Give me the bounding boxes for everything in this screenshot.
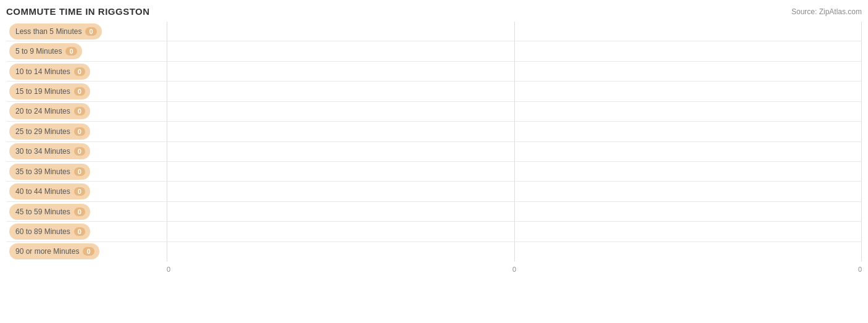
bar-track	[167, 203, 862, 220]
bar-value-badge: 0	[74, 107, 85, 115]
page-container: COMMUTE TIME IN RIGGSTON Source: ZipAtla…	[0, 0, 868, 323]
bar-pill: 60 to 89 Minutes0	[9, 224, 90, 240]
bar-track	[167, 143, 862, 160]
bar-pill: 30 to 34 Minutes0	[9, 143, 90, 159]
bar-value-badge: 0	[83, 247, 94, 256]
bar-track	[167, 23, 862, 40]
bar-row: 30 to 34 Minutes0	[6, 142, 862, 162]
bar-value-badge: 0	[74, 87, 85, 96]
bar-pill: 10 to 14 Minutes0	[9, 64, 90, 80]
bar-pill: 45 to 59 Minutes0	[9, 204, 90, 220]
bar-label-wrap: 5 to 9 Minutes0	[6, 43, 167, 59]
bar-label-text: 90 or more Minutes	[15, 247, 79, 256]
bar-value-badge: 0	[74, 208, 85, 216]
bar-label-text: 40 to 44 Minutes	[15, 187, 70, 196]
bar-label-text: 15 to 19 Minutes	[15, 87, 70, 96]
bar-row: 15 to 19 Minutes0	[6, 82, 862, 101]
bar-label-text: 5 to 9 Minutes	[15, 47, 62, 56]
bar-track	[167, 183, 862, 199]
bar-label-text: Less than 5 Minutes	[15, 27, 81, 36]
bar-value-badge: 0	[74, 227, 85, 236]
bar-label-wrap: 20 to 24 Minutes0	[6, 103, 167, 119]
chart-title: COMMUTE TIME IN RIGGSTON	[6, 6, 150, 17]
bar-track	[167, 243, 862, 260]
bar-pill: 15 to 19 Minutes0	[9, 83, 90, 99]
bar-value-badge: 0	[74, 127, 85, 136]
bar-label-wrap: 30 to 34 Minutes0	[6, 143, 167, 159]
bar-track	[167, 83, 862, 99]
bar-pill: 40 to 44 Minutes0	[9, 183, 90, 199]
bar-track	[167, 63, 862, 80]
bar-track	[167, 123, 862, 140]
bar-value-badge: 0	[74, 187, 85, 196]
bar-label-text: 60 to 89 Minutes	[15, 227, 70, 236]
bar-pill: 90 or more Minutes0	[9, 243, 99, 259]
bar-row: 20 to 24 Minutes0	[6, 102, 862, 122]
bar-value-badge: 0	[74, 147, 85, 156]
bar-pill: 20 to 24 Minutes0	[9, 103, 90, 119]
bar-label-wrap: 45 to 59 Minutes0	[6, 204, 167, 220]
bar-label-wrap: Less than 5 Minutes0	[6, 23, 167, 40]
bar-label-wrap: 15 to 19 Minutes0	[6, 83, 167, 99]
bar-label-wrap: 90 or more Minutes0	[6, 243, 167, 259]
source-text: Source: ZipAtlas.com	[791, 7, 862, 16]
bar-pill: 35 to 39 Minutes0	[9, 164, 90, 180]
x-axis-label: 0	[512, 266, 516, 273]
bar-value-badge: 0	[85, 27, 96, 36]
bar-label-text: 45 to 59 Minutes	[15, 208, 70, 216]
bar-row: 40 to 44 Minutes0	[6, 182, 862, 201]
bar-row: 5 to 9 Minutes0	[6, 41, 862, 61]
bar-track	[167, 43, 862, 59]
bar-label-wrap: 35 to 39 Minutes0	[6, 164, 167, 180]
bar-label-wrap: 40 to 44 Minutes0	[6, 183, 167, 199]
bar-row: 45 to 59 Minutes0	[6, 202, 862, 222]
bar-row: 60 to 89 Minutes0	[6, 222, 862, 241]
chart-area: Less than 5 Minutes05 to 9 Minutes010 to…	[6, 22, 862, 277]
bar-track	[167, 223, 862, 240]
bar-label-wrap: 25 to 29 Minutes0	[6, 124, 167, 140]
bar-value-badge: 0	[74, 67, 85, 76]
bar-row: 25 to 29 Minutes0	[6, 122, 862, 141]
bars-container: Less than 5 Minutes05 to 9 Minutes010 to…	[6, 22, 862, 261]
bar-label-text: 30 to 34 Minutes	[15, 147, 70, 156]
bar-pill: 5 to 9 Minutes0	[9, 43, 82, 59]
bar-pill: 25 to 29 Minutes0	[9, 124, 90, 140]
bar-row: 10 to 14 Minutes0	[6, 62, 862, 82]
header-row: COMMUTE TIME IN RIGGSTON Source: ZipAtla…	[6, 6, 862, 17]
bar-value-badge: 0	[74, 167, 85, 176]
bar-label-text: 20 to 24 Minutes	[15, 107, 70, 115]
bar-pill: Less than 5 Minutes0	[9, 23, 102, 40]
bar-label-text: 35 to 39 Minutes	[15, 167, 70, 176]
bar-track	[167, 163, 862, 180]
bar-label-wrap: 60 to 89 Minutes0	[6, 224, 167, 240]
bar-track	[167, 103, 862, 120]
bar-label-text: 25 to 29 Minutes	[15, 127, 70, 136]
bar-row: Less than 5 Minutes0	[6, 22, 862, 41]
x-axis: 000	[167, 261, 862, 277]
bar-row: 90 or more Minutes0	[6, 242, 862, 261]
x-axis-label: 0	[858, 266, 862, 273]
bar-value-badge: 0	[65, 47, 77, 56]
x-axis-label: 0	[167, 266, 170, 273]
bar-label-wrap: 10 to 14 Minutes0	[6, 64, 167, 80]
bar-row: 35 to 39 Minutes0	[6, 162, 862, 182]
bar-label-text: 10 to 14 Minutes	[15, 67, 70, 76]
